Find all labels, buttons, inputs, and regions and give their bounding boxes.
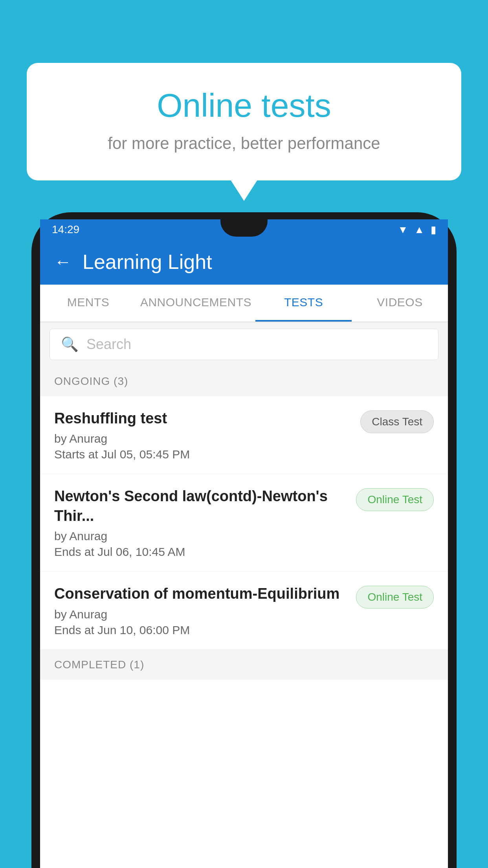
completed-section-header: COMPLETED (1) xyxy=(40,650,448,680)
battery-icon: ▮ xyxy=(431,224,436,236)
ongoing-section-header: ONGOING (3) xyxy=(40,366,448,396)
test-item[interactable]: Reshuffling test by Anurag Starts at Jul… xyxy=(40,396,448,474)
phone-notch xyxy=(220,219,268,237)
phone-screen: 14:29 ▼ ▲ ▮ ← Learning Light MENTS ANNOU… xyxy=(40,219,448,868)
test-date-3: Ends at Jun 10, 06:00 PM xyxy=(54,623,348,637)
test-title-3: Conservation of momentum-Equilibrium xyxy=(54,584,348,603)
test-info-2: Newton's Second law(contd)-Newton's Thir… xyxy=(54,487,356,559)
phone-time: 14:29 xyxy=(52,223,79,236)
test-info-3: Conservation of momentum-Equilibrium by … xyxy=(54,584,356,636)
tab-ments[interactable]: MENTS xyxy=(40,285,136,322)
test-date-2: Ends at Jul 06, 10:45 AM xyxy=(54,545,348,559)
test-title-1: Reshuffling test xyxy=(54,409,352,428)
tab-tests[interactable]: TESTS xyxy=(255,285,352,322)
bubble-title: Online tests xyxy=(58,86,430,125)
test-item[interactable]: Conservation of momentum-Equilibrium by … xyxy=(40,572,448,649)
search-bar-container: 🔍 Search xyxy=(40,322,448,366)
test-by-3: by Anurag xyxy=(54,608,348,621)
test-by-1: by Anurag xyxy=(54,432,352,445)
search-placeholder: Search xyxy=(86,336,131,353)
signal-icon: ▲ xyxy=(414,224,424,236)
bubble-subtitle: for more practice, better performance xyxy=(58,134,430,153)
app-header: ← Learning Light xyxy=(40,239,448,285)
test-date-1: Starts at Jul 05, 05:45 PM xyxy=(54,448,352,461)
test-badge-3: Online Test xyxy=(356,586,434,609)
test-badge-2: Online Test xyxy=(356,488,434,511)
tabs-bar: MENTS ANNOUNCEMENTS TESTS VIDEOS xyxy=(40,285,448,322)
search-icon: 🔍 xyxy=(61,336,79,353)
search-input-wrapper[interactable]: 🔍 Search xyxy=(50,329,438,360)
test-item[interactable]: Newton's Second law(contd)-Newton's Thir… xyxy=(40,474,448,572)
test-info-1: Reshuffling test by Anurag Starts at Jul… xyxy=(54,409,360,461)
phone-frame: 14:29 ▼ ▲ ▮ ← Learning Light MENTS ANNOU… xyxy=(31,212,457,868)
app-title: Learning Light xyxy=(83,250,212,274)
back-button[interactable]: ← xyxy=(54,252,72,272)
tab-announcements[interactable]: ANNOUNCEMENTS xyxy=(136,285,255,322)
test-title-2: Newton's Second law(contd)-Newton's Thir… xyxy=(54,487,348,526)
tab-videos[interactable]: VIDEOS xyxy=(352,285,448,322)
test-badge-1: Class Test xyxy=(360,410,434,433)
status-icons: ▼ ▲ ▮ xyxy=(398,224,436,236)
test-by-2: by Anurag xyxy=(54,530,348,543)
speech-bubble: Online tests for more practice, better p… xyxy=(27,63,461,180)
wifi-icon: ▼ xyxy=(398,224,408,236)
